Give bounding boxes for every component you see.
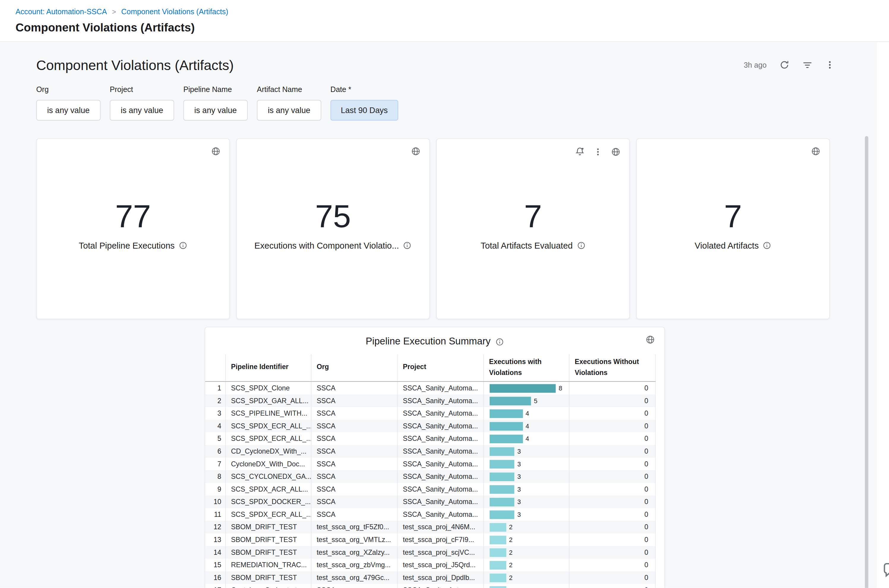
cell-executions-without-violations: 0 <box>570 382 656 394</box>
dashboard-actions-menu-button[interactable] <box>825 60 834 69</box>
dashboard-canvas: Component Violations (Artifacts) 3h ago <box>0 42 877 588</box>
filter-group: Date * Last 90 Days <box>331 85 398 120</box>
violations-bar <box>490 460 514 468</box>
table-row: 6 CD_CycloneDX_With_... SSCA SSCA_Sanity… <box>205 445 656 458</box>
refresh-icon <box>779 60 790 70</box>
violations-value: 3 <box>517 448 521 454</box>
filter-group: Pipeline Name is any value <box>183 85 248 120</box>
cell-org: SSCA <box>311 508 397 521</box>
filters-toggle-button[interactable] <box>802 60 813 70</box>
cell-executions-with-violations: 8 <box>484 382 570 394</box>
cell-org: SSCA <box>311 382 397 394</box>
row-number: 11 <box>205 508 226 521</box>
breadcrumb-account-link[interactable]: Account: Automation-SSCA <box>15 8 107 16</box>
cell-executions-without-violations: 0 <box>570 470 656 483</box>
column-header-pipeline[interactable]: Pipeline Identifier <box>226 354 311 381</box>
column-header-index <box>205 354 226 381</box>
info-icon[interactable] <box>495 338 504 346</box>
column-header-project[interactable]: Project <box>397 354 484 381</box>
column-header-without-violations[interactable]: Executions Without Violations <box>570 354 656 381</box>
violations-bar <box>490 397 531 405</box>
violations-bar <box>490 561 506 569</box>
cell-executions-without-violations: 0 <box>570 407 656 420</box>
cell-executions-without-violations: 0 <box>570 521 656 534</box>
row-number: 16 <box>205 572 226 584</box>
cell-pipeline-identifier: SCS_SPDX_ECR_ALL_... <box>226 432 311 445</box>
stat-content: 77 Total Pipeline Executions <box>37 136 229 315</box>
filter-label: Pipeline Name <box>183 85 248 94</box>
stat-label-row: Total Pipeline Executions <box>79 241 187 250</box>
filter-label: Org <box>36 85 101 94</box>
stat-content: 7 Total Artifacts Evaluated <box>437 136 629 315</box>
table-row: 11 SCS_SPDX_ECR_ALL_... SSCA SSCA_Sanity… <box>205 508 656 521</box>
vertical-scrollbar[interactable] <box>865 136 868 588</box>
violations-value: 2 <box>509 524 513 530</box>
cell-org: test_ssca_org_zbVmg... <box>311 559 397 572</box>
refresh-button[interactable] <box>779 60 790 70</box>
cell-org: test_ssca_org_tF5Zf0... <box>311 521 397 534</box>
info-icon[interactable] <box>763 241 772 250</box>
cell-org: SSCA <box>311 470 397 483</box>
info-icon[interactable] <box>403 241 412 250</box>
stat-value: 77 <box>115 200 151 232</box>
filter-value-button[interactable]: is any value <box>36 100 101 121</box>
stat-label-row: Executions with Component Violatio... <box>254 241 412 250</box>
cell-org: SSCA <box>311 458 397 471</box>
pipeline-summary-table: Pipeline Identifier Org Project Executio… <box>205 354 656 588</box>
cell-pipeline-identifier: Container_Orchestrat... <box>226 584 311 588</box>
cell-executions-without-violations: 0 <box>570 432 656 445</box>
cell-executions-without-violations: 0 <box>570 483 656 496</box>
row-number: 10 <box>205 496 226 508</box>
globe-icon[interactable] <box>645 334 655 344</box>
cell-executions-with-violations: 4 <box>484 420 570 432</box>
cell-executions-without-violations: 0 <box>570 546 656 559</box>
filter-icon <box>802 60 813 70</box>
row-number: 6 <box>205 445 226 458</box>
filter-value-button[interactable]: is any value <box>110 100 174 121</box>
cell-pipeline-identifier: SCS_SPDX_DOCKER_... <box>226 496 311 508</box>
column-header-org[interactable]: Org <box>311 354 397 381</box>
cell-org: test_ssca_org_479Gc... <box>311 572 397 584</box>
filter-group: Org is any value <box>36 85 101 120</box>
violations-value: 5 <box>534 398 537 404</box>
breadcrumb-current-link[interactable]: Component Violations (Artifacts) <box>121 8 228 16</box>
cell-project: test_ssca_proj_4N6M... <box>397 521 484 534</box>
stat-label: Total Pipeline Executions <box>79 241 174 250</box>
column-header-with-violations[interactable]: Executions with Violations <box>484 354 570 381</box>
cell-executions-with-violations: 2 <box>484 546 570 559</box>
stat-label: Total Artifacts Evaluated <box>481 241 573 250</box>
violations-bar <box>490 498 514 506</box>
filter-value-button[interactable]: is any value <box>183 100 248 121</box>
cell-org: SSCA <box>311 432 397 445</box>
cell-pipeline-identifier: SCS_SPDX_Clone <box>226 382 311 394</box>
stat-value: 7 <box>524 200 542 232</box>
violations-bar <box>490 510 514 519</box>
violations-bar <box>490 434 523 443</box>
cell-pipeline-identifier: CD_CycloneDX_With_... <box>226 445 311 458</box>
table-body: 1 SCS_SPDX_Clone SSCA SSCA_Sanity_Automa… <box>205 382 656 588</box>
cell-project: SSCA_Sanity_Automa... <box>397 470 484 483</box>
table-row: 7 CycloneDX_With_Doc... SSCA SSCA_Sanity… <box>205 458 656 471</box>
info-icon[interactable] <box>577 241 585 250</box>
cell-project: SSCA_Sanity_Automa... <box>397 394 484 407</box>
violations-bar <box>490 536 506 544</box>
pipeline-summary-tile: Pipeline Execution Summary Pipeline Iden… <box>205 327 665 588</box>
filter-value-button[interactable]: is any value <box>257 100 321 121</box>
row-number: 13 <box>205 533 226 546</box>
filter-value-button[interactable]: Last 90 Days <box>331 100 398 121</box>
violations-bar <box>490 422 523 430</box>
filter-label: Date * <box>331 85 398 94</box>
table-row: 9 SCS_SPDX_ACR_ALL... SSCA SSCA_Sanity_A… <box>205 483 656 496</box>
row-number: 8 <box>205 470 226 483</box>
row-number: 3 <box>205 407 226 420</box>
help-chat-icon[interactable] <box>881 562 889 579</box>
cell-project: test_ssca_proj_J5Qrd... <box>397 559 484 572</box>
cell-executions-with-violations: 2 <box>484 572 570 584</box>
table-row: 5 SCS_SPDX_ECR_ALL_... SSCA SSCA_Sanity_… <box>205 432 656 445</box>
row-number: 17 <box>205 584 226 588</box>
row-number: 4 <box>205 420 226 432</box>
row-number: 2 <box>205 394 226 407</box>
info-icon[interactable] <box>179 241 187 250</box>
cell-executions-without-violations: 0 <box>570 584 656 588</box>
last-refreshed-label: 3h ago <box>744 60 767 69</box>
